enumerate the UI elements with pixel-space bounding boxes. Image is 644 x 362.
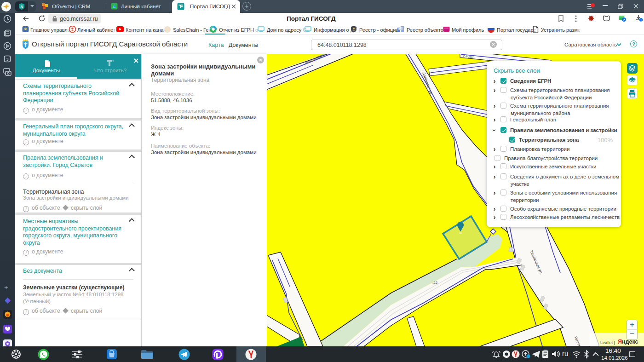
svg-text:3: 3 — [6, 57, 8, 62]
svg-text::22: :22 — [432, 281, 438, 285]
svg-text:3: 3 — [112, 60, 114, 63]
svg-text:3: 3 — [20, 5, 23, 9]
